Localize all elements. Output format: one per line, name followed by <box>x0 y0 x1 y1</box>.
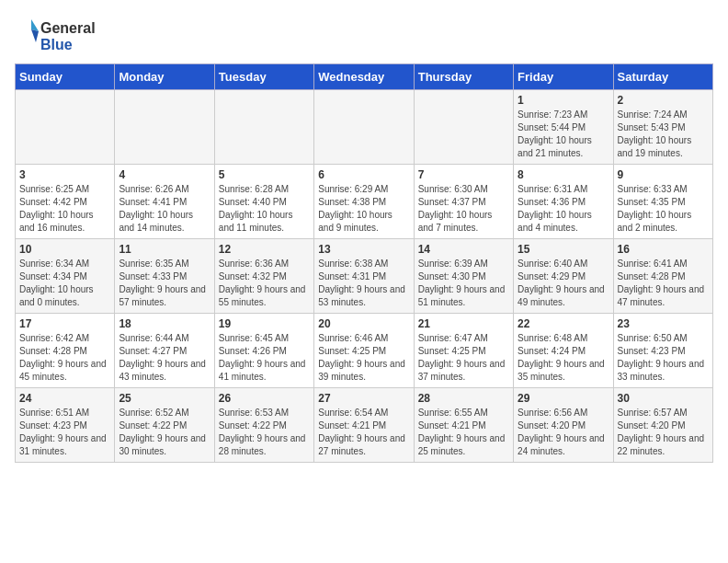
header-tuesday: Tuesday <box>214 64 313 90</box>
day-number: 19 <box>219 317 310 330</box>
day-cell: 19Sunrise: 6:45 AM Sunset: 4:26 PM Dayli… <box>214 314 313 388</box>
day-number: 17 <box>19 317 110 330</box>
day-cell: 12Sunrise: 6:36 AM Sunset: 4:32 PM Dayli… <box>214 239 313 314</box>
day-cell: 9Sunrise: 6:33 AM Sunset: 4:35 PM Daylig… <box>613 165 712 239</box>
day-cell: 4Sunrise: 6:26 AM Sunset: 4:41 PM Daylig… <box>115 165 214 239</box>
day-cell: 8Sunrise: 6:31 AM Sunset: 4:36 PM Daylig… <box>514 165 613 239</box>
day-cell: 16Sunrise: 6:41 AM Sunset: 4:28 PM Dayli… <box>613 239 712 314</box>
logo-svg: GeneralBlue <box>15 15 97 56</box>
page-header: GeneralBlue <box>15 15 713 56</box>
day-info: Sunrise: 6:56 AM Sunset: 4:20 PM Dayligh… <box>518 407 609 458</box>
logo: GeneralBlue <box>15 15 97 56</box>
day-number: 18 <box>119 317 210 330</box>
day-cell: 6Sunrise: 6:29 AM Sunset: 4:38 PM Daylig… <box>314 165 414 239</box>
svg-text:Blue: Blue <box>40 37 73 52</box>
day-number: 24 <box>19 392 110 405</box>
day-number: 25 <box>119 392 210 405</box>
day-cell: 30Sunrise: 6:57 AM Sunset: 4:20 PM Dayli… <box>613 388 712 463</box>
day-number: 10 <box>19 243 110 256</box>
day-cell: 11Sunrise: 6:35 AM Sunset: 4:33 PM Dayli… <box>115 239 214 314</box>
day-info: Sunrise: 7:23 AM Sunset: 5:44 PM Dayligh… <box>518 109 609 160</box>
day-number: 23 <box>618 317 709 330</box>
day-cell: 27Sunrise: 6:54 AM Sunset: 4:21 PM Dayli… <box>314 388 414 463</box>
svg-marker-1 <box>31 29 39 42</box>
day-cell: 20Sunrise: 6:46 AM Sunset: 4:25 PM Dayli… <box>314 314 414 388</box>
day-cell: 21Sunrise: 6:47 AM Sunset: 4:25 PM Dayli… <box>414 314 513 388</box>
week-row-3: 10Sunrise: 6:34 AM Sunset: 4:34 PM Dayli… <box>16 239 713 314</box>
day-cell <box>314 90 414 165</box>
day-cell: 5Sunrise: 6:28 AM Sunset: 4:40 PM Daylig… <box>214 165 313 239</box>
day-info: Sunrise: 6:31 AM Sunset: 4:36 PM Dayligh… <box>518 183 609 235</box>
day-number: 14 <box>418 243 509 256</box>
svg-marker-0 <box>31 19 39 31</box>
svg-text:General: General <box>40 20 96 36</box>
day-number: 6 <box>318 168 409 181</box>
day-info: Sunrise: 6:30 AM Sunset: 4:37 PM Dayligh… <box>418 183 509 235</box>
day-info: Sunrise: 6:29 AM Sunset: 4:38 PM Dayligh… <box>318 183 409 235</box>
day-info: Sunrise: 6:46 AM Sunset: 4:25 PM Dayligh… <box>318 332 409 384</box>
day-cell: 14Sunrise: 6:39 AM Sunset: 4:30 PM Dayli… <box>414 239 513 314</box>
day-number: 27 <box>318 392 409 405</box>
day-info: Sunrise: 6:52 AM Sunset: 4:22 PM Dayligh… <box>119 407 210 458</box>
day-cell: 7Sunrise: 6:30 AM Sunset: 4:37 PM Daylig… <box>414 165 513 239</box>
day-number: 4 <box>119 168 210 181</box>
day-number: 28 <box>418 392 509 405</box>
day-number: 5 <box>219 168 310 181</box>
day-number: 1 <box>518 94 609 107</box>
day-cell: 1Sunrise: 7:23 AM Sunset: 5:44 PM Daylig… <box>514 90 613 165</box>
day-info: Sunrise: 6:39 AM Sunset: 4:30 PM Dayligh… <box>418 258 509 309</box>
day-info: Sunrise: 6:57 AM Sunset: 4:20 PM Dayligh… <box>618 407 709 458</box>
day-number: 16 <box>618 243 709 256</box>
day-number: 30 <box>618 392 709 405</box>
day-info: Sunrise: 6:47 AM Sunset: 4:25 PM Dayligh… <box>418 332 509 384</box>
day-cell: 2Sunrise: 7:24 AM Sunset: 5:43 PM Daylig… <box>613 90 712 165</box>
day-info: Sunrise: 6:44 AM Sunset: 4:27 PM Dayligh… <box>119 332 210 384</box>
day-cell: 3Sunrise: 6:25 AM Sunset: 4:42 PM Daylig… <box>16 165 115 239</box>
day-cell: 29Sunrise: 6:56 AM Sunset: 4:20 PM Dayli… <box>514 388 613 463</box>
calendar-table: SundayMondayTuesdayWednesdayThursdayFrid… <box>15 63 713 463</box>
day-number: 13 <box>318 243 409 256</box>
day-info: Sunrise: 6:40 AM Sunset: 4:29 PM Dayligh… <box>518 258 609 309</box>
day-info: Sunrise: 6:36 AM Sunset: 4:32 PM Dayligh… <box>219 258 310 309</box>
day-number: 29 <box>518 392 609 405</box>
day-info: Sunrise: 6:54 AM Sunset: 4:21 PM Dayligh… <box>318 407 409 458</box>
day-number: 7 <box>418 168 509 181</box>
day-number: 2 <box>618 94 709 107</box>
header-wednesday: Wednesday <box>314 64 414 90</box>
header-sunday: Sunday <box>16 64 115 90</box>
day-info: Sunrise: 6:25 AM Sunset: 4:42 PM Dayligh… <box>19 183 110 235</box>
day-info: Sunrise: 6:45 AM Sunset: 4:26 PM Dayligh… <box>219 332 310 384</box>
day-cell: 22Sunrise: 6:48 AM Sunset: 4:24 PM Dayli… <box>514 314 613 388</box>
day-cell: 28Sunrise: 6:55 AM Sunset: 4:21 PM Dayli… <box>414 388 513 463</box>
day-info: Sunrise: 7:24 AM Sunset: 5:43 PM Dayligh… <box>618 109 709 160</box>
day-cell: 13Sunrise: 6:38 AM Sunset: 4:31 PM Dayli… <box>314 239 414 314</box>
day-cell: 18Sunrise: 6:44 AM Sunset: 4:27 PM Dayli… <box>115 314 214 388</box>
day-cell: 26Sunrise: 6:53 AM Sunset: 4:22 PM Dayli… <box>214 388 313 463</box>
day-cell <box>214 90 313 165</box>
day-cell <box>16 90 115 165</box>
header-thursday: Thursday <box>414 64 513 90</box>
day-number: 21 <box>418 317 509 330</box>
day-number: 15 <box>518 243 609 256</box>
day-cell: 10Sunrise: 6:34 AM Sunset: 4:34 PM Dayli… <box>16 239 115 314</box>
week-row-1: 1Sunrise: 7:23 AM Sunset: 5:44 PM Daylig… <box>16 90 713 165</box>
day-cell: 23Sunrise: 6:50 AM Sunset: 4:23 PM Dayli… <box>613 314 712 388</box>
day-number: 22 <box>518 317 609 330</box>
day-number: 9 <box>618 168 709 181</box>
day-info: Sunrise: 6:42 AM Sunset: 4:28 PM Dayligh… <box>19 332 110 384</box>
week-row-5: 24Sunrise: 6:51 AM Sunset: 4:23 PM Dayli… <box>16 388 713 463</box>
day-number: 20 <box>318 317 409 330</box>
day-info: Sunrise: 6:28 AM Sunset: 4:40 PM Dayligh… <box>219 183 310 235</box>
day-info: Sunrise: 6:41 AM Sunset: 4:28 PM Dayligh… <box>618 258 709 309</box>
week-row-2: 3Sunrise: 6:25 AM Sunset: 4:42 PM Daylig… <box>16 165 713 239</box>
day-info: Sunrise: 6:34 AM Sunset: 4:34 PM Dayligh… <box>19 258 110 309</box>
day-info: Sunrise: 6:38 AM Sunset: 4:31 PM Dayligh… <box>318 258 409 309</box>
day-info: Sunrise: 6:51 AM Sunset: 4:23 PM Dayligh… <box>19 407 110 458</box>
day-info: Sunrise: 6:26 AM Sunset: 4:41 PM Dayligh… <box>119 183 210 235</box>
week-row-4: 17Sunrise: 6:42 AM Sunset: 4:28 PM Dayli… <box>16 314 713 388</box>
day-info: Sunrise: 6:53 AM Sunset: 4:22 PM Dayligh… <box>219 407 310 458</box>
day-info: Sunrise: 6:55 AM Sunset: 4:21 PM Dayligh… <box>418 407 509 458</box>
day-cell <box>414 90 513 165</box>
day-info: Sunrise: 6:35 AM Sunset: 4:33 PM Dayligh… <box>119 258 210 309</box>
day-number: 26 <box>219 392 310 405</box>
